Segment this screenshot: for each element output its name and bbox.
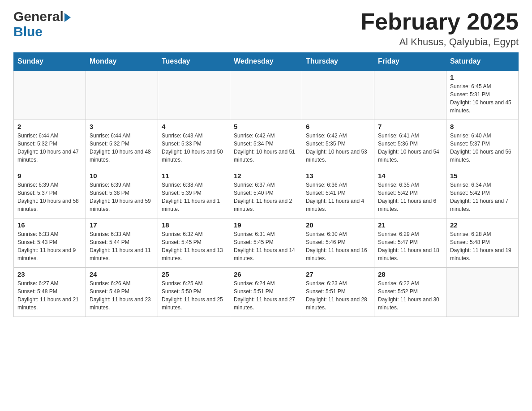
day-number: 11 — [162, 172, 226, 180]
calendar-cell: 18Sunrise: 6:32 AM Sunset: 5:45 PM Dayli… — [158, 218, 230, 267]
day-info: Sunrise: 6:26 AM Sunset: 5:49 PM Dayligh… — [90, 279, 154, 312]
day-number: 27 — [306, 270, 370, 278]
day-info: Sunrise: 6:43 AM Sunset: 5:33 PM Dayligh… — [162, 132, 226, 164]
calendar-week-row: 2Sunrise: 6:44 AM Sunset: 5:32 PM Daylig… — [14, 120, 519, 169]
day-info: Sunrise: 6:23 AM Sunset: 5:51 PM Dayligh… — [306, 279, 370, 312]
calendar-cell: 7Sunrise: 6:41 AM Sunset: 5:36 PM Daylig… — [374, 120, 446, 169]
calendar-week-row: 16Sunrise: 6:33 AM Sunset: 5:43 PM Dayli… — [14, 218, 519, 267]
weekday-header-friday: Friday — [374, 53, 446, 71]
day-info: Sunrise: 6:35 AM Sunset: 5:42 PM Dayligh… — [378, 181, 442, 213]
calendar-cell: 27Sunrise: 6:23 AM Sunset: 5:51 PM Dayli… — [302, 267, 374, 317]
calendar-cell: 2Sunrise: 6:44 AM Sunset: 5:32 PM Daylig… — [14, 120, 86, 169]
calendar-cell: 16Sunrise: 6:33 AM Sunset: 5:43 PM Dayli… — [14, 218, 86, 267]
day-info: Sunrise: 6:30 AM Sunset: 5:46 PM Dayligh… — [306, 230, 370, 262]
calendar-cell: 10Sunrise: 6:39 AM Sunset: 5:38 PM Dayli… — [86, 169, 158, 218]
day-info: Sunrise: 6:31 AM Sunset: 5:45 PM Dayligh… — [234, 230, 298, 262]
day-number: 3 — [90, 123, 154, 130]
calendar-week-row: 1Sunrise: 6:45 AM Sunset: 5:31 PM Daylig… — [14, 70, 519, 120]
day-info: Sunrise: 6:40 AM Sunset: 5:37 PM Dayligh… — [450, 132, 515, 164]
calendar-cell: 6Sunrise: 6:42 AM Sunset: 5:35 PM Daylig… — [302, 120, 374, 169]
day-number: 21 — [378, 221, 442, 229]
calendar-cell: 22Sunrise: 6:28 AM Sunset: 5:48 PM Dayli… — [446, 218, 519, 267]
day-number: 9 — [17, 172, 82, 180]
weekday-header-thursday: Thursday — [302, 53, 374, 71]
day-info: Sunrise: 6:41 AM Sunset: 5:36 PM Dayligh… — [378, 132, 442, 164]
calendar-week-row: 9Sunrise: 6:39 AM Sunset: 5:37 PM Daylig… — [14, 169, 519, 218]
calendar-cell: 4Sunrise: 6:43 AM Sunset: 5:33 PM Daylig… — [158, 120, 230, 169]
day-number: 25 — [162, 270, 226, 278]
day-info: Sunrise: 6:27 AM Sunset: 5:48 PM Dayligh… — [17, 279, 82, 312]
calendar-cell: 3Sunrise: 6:44 AM Sunset: 5:32 PM Daylig… — [86, 120, 158, 169]
calendar-cell: 8Sunrise: 6:40 AM Sunset: 5:37 PM Daylig… — [446, 120, 519, 169]
calendar-cell: 9Sunrise: 6:39 AM Sunset: 5:37 PM Daylig… — [14, 169, 86, 218]
page-header: General Blue February 2025 Al Khusus, Qa… — [13, 9, 519, 48]
calendar-cell: 12Sunrise: 6:37 AM Sunset: 5:40 PM Dayli… — [230, 169, 302, 218]
day-number: 19 — [234, 221, 298, 229]
day-info: Sunrise: 6:29 AM Sunset: 5:47 PM Dayligh… — [378, 230, 442, 262]
day-info: Sunrise: 6:45 AM Sunset: 5:31 PM Dayligh… — [450, 82, 515, 115]
calendar-cell: 26Sunrise: 6:24 AM Sunset: 5:51 PM Dayli… — [230, 267, 302, 317]
logo: General Blue — [13, 9, 71, 39]
day-info: Sunrise: 6:38 AM Sunset: 5:39 PM Dayligh… — [162, 181, 226, 213]
day-number: 14 — [378, 172, 442, 180]
calendar-cell: 21Sunrise: 6:29 AM Sunset: 5:47 PM Dayli… — [374, 218, 446, 267]
day-number: 1 — [450, 73, 515, 81]
day-number: 13 — [306, 172, 370, 180]
day-number: 28 — [378, 270, 442, 278]
calendar-cell: 11Sunrise: 6:38 AM Sunset: 5:39 PM Dayli… — [158, 169, 230, 218]
day-info: Sunrise: 6:44 AM Sunset: 5:32 PM Dayligh… — [90, 132, 154, 164]
day-number: 23 — [17, 270, 82, 278]
weekday-header-monday: Monday — [86, 53, 158, 71]
day-number: 7 — [378, 123, 442, 130]
calendar-cell: 5Sunrise: 6:42 AM Sunset: 5:34 PM Daylig… — [230, 120, 302, 169]
logo-blue-text: Blue — [13, 24, 43, 39]
calendar-cell: 28Sunrise: 6:22 AM Sunset: 5:52 PM Dayli… — [374, 267, 446, 317]
day-number: 15 — [450, 172, 515, 180]
calendar-week-row: 23Sunrise: 6:27 AM Sunset: 5:48 PM Dayli… — [14, 267, 519, 317]
day-number: 26 — [234, 270, 298, 278]
day-number: 22 — [450, 221, 515, 229]
location-subtitle: Al Khusus, Qalyubia, Egypt — [360, 36, 519, 48]
day-info: Sunrise: 6:33 AM Sunset: 5:44 PM Dayligh… — [90, 230, 154, 262]
day-number: 6 — [306, 123, 370, 130]
title-block: February 2025 Al Khusus, Qalyubia, Egypt — [360, 9, 519, 48]
calendar-cell — [302, 70, 374, 120]
calendar-cell: 19Sunrise: 6:31 AM Sunset: 5:45 PM Dayli… — [230, 218, 302, 267]
day-number: 24 — [90, 270, 154, 278]
day-info: Sunrise: 6:44 AM Sunset: 5:32 PM Dayligh… — [17, 132, 82, 164]
day-number: 8 — [450, 123, 515, 130]
logo-general-text: General — [13, 9, 64, 24]
calendar-cell: 13Sunrise: 6:36 AM Sunset: 5:41 PM Dayli… — [302, 169, 374, 218]
day-info: Sunrise: 6:33 AM Sunset: 5:43 PM Dayligh… — [17, 230, 82, 262]
day-number: 5 — [234, 123, 298, 130]
calendar-cell: 1Sunrise: 6:45 AM Sunset: 5:31 PM Daylig… — [446, 70, 519, 120]
calendar-cell: 15Sunrise: 6:34 AM Sunset: 5:42 PM Dayli… — [446, 169, 519, 218]
calendar-cell: 23Sunrise: 6:27 AM Sunset: 5:48 PM Dayli… — [14, 267, 86, 317]
calendar-cell: 24Sunrise: 6:26 AM Sunset: 5:49 PM Dayli… — [86, 267, 158, 317]
calendar-cell: 25Sunrise: 6:25 AM Sunset: 5:50 PM Dayli… — [158, 267, 230, 317]
day-info: Sunrise: 6:24 AM Sunset: 5:51 PM Dayligh… — [234, 279, 298, 312]
day-number: 18 — [162, 221, 226, 229]
day-info: Sunrise: 6:39 AM Sunset: 5:37 PM Dayligh… — [17, 181, 82, 213]
calendar-cell — [86, 70, 158, 120]
day-info: Sunrise: 6:32 AM Sunset: 5:45 PM Dayligh… — [162, 230, 226, 262]
day-number: 20 — [306, 221, 370, 229]
day-number: 12 — [234, 172, 298, 180]
calendar-cell — [158, 70, 230, 120]
logo-arrow-icon — [64, 13, 71, 22]
day-info: Sunrise: 6:42 AM Sunset: 5:34 PM Dayligh… — [234, 132, 298, 164]
calendar-cell: 14Sunrise: 6:35 AM Sunset: 5:42 PM Dayli… — [374, 169, 446, 218]
day-info: Sunrise: 6:42 AM Sunset: 5:35 PM Dayligh… — [306, 132, 370, 164]
weekday-header-row: SundayMondayTuesdayWednesdayThursdayFrid… — [14, 53, 519, 71]
day-number: 10 — [90, 172, 154, 180]
calendar-cell: 20Sunrise: 6:30 AM Sunset: 5:46 PM Dayli… — [302, 218, 374, 267]
day-info: Sunrise: 6:34 AM Sunset: 5:42 PM Dayligh… — [450, 181, 515, 213]
day-info: Sunrise: 6:25 AM Sunset: 5:50 PM Dayligh… — [162, 279, 226, 312]
weekday-header-saturday: Saturday — [446, 53, 519, 71]
day-number: 16 — [17, 221, 82, 229]
day-number: 4 — [162, 123, 226, 130]
calendar-cell: 17Sunrise: 6:33 AM Sunset: 5:44 PM Dayli… — [86, 218, 158, 267]
calendar-cell — [230, 70, 302, 120]
day-info: Sunrise: 6:28 AM Sunset: 5:48 PM Dayligh… — [450, 230, 515, 262]
calendar-table: SundayMondayTuesdayWednesdayThursdayFrid… — [13, 52, 519, 317]
